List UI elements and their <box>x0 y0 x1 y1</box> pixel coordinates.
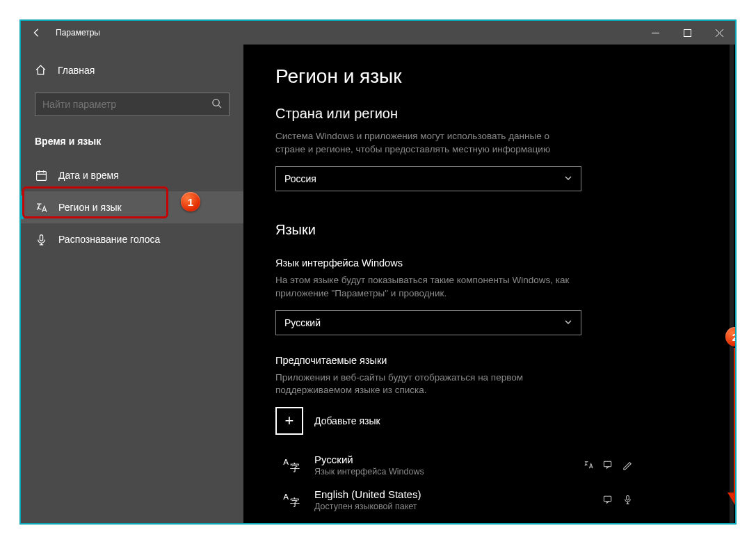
region-heading: Страна или регион <box>275 106 703 122</box>
region-description: Система Windows и приложения могут испол… <box>275 130 581 157</box>
display-lang-heading: Язык интерфейса Windows <box>275 257 703 269</box>
sidebar-item-label: Регион и язык <box>58 202 122 213</box>
languages-heading: Языки <box>275 222 703 238</box>
display-language-dropdown[interactable]: Русский <box>275 310 581 335</box>
sidebar: Главная Время и язык Дата и время <box>21 45 243 523</box>
home-label: Главная <box>58 65 95 76</box>
back-button[interactable] <box>21 21 51 45</box>
voice-icon <box>622 494 633 505</box>
annotation-badge-2: 2 <box>725 327 737 346</box>
chevron-down-icon <box>564 317 572 328</box>
language-name: Русский <box>314 454 424 465</box>
language-subtitle: Язык интерфейса Windows <box>314 467 424 477</box>
svg-point-1 <box>213 99 219 105</box>
sidebar-section-title: Время и язык <box>21 136 243 147</box>
minimize-button[interactable] <box>639 21 671 45</box>
svg-text:A: A <box>283 492 289 501</box>
language-item[interactable]: A字 English (United States) Доступен язык… <box>275 482 637 517</box>
preferred-heading: Предпочитаемые языки <box>275 355 703 366</box>
language-feature-icons <box>583 459 633 470</box>
country-dropdown[interactable]: Россия <box>275 166 581 191</box>
svg-rect-9 <box>604 496 611 502</box>
language-list: A字 Русский Язык интерфейса Windows A字 <box>275 447 703 517</box>
search-icon <box>211 98 222 111</box>
svg-text:A: A <box>283 457 289 466</box>
sidebar-list: Дата и время Регион и язык Распознавание… <box>21 159 243 255</box>
home-icon <box>35 64 47 76</box>
sidebar-item-region-language[interactable]: Регион и язык <box>21 191 243 223</box>
language-glyph-icon: A字 <box>280 453 303 477</box>
sidebar-item-label: Дата и время <box>58 170 119 181</box>
display-language-value: Русский <box>284 317 321 328</box>
clock-icon <box>35 169 47 182</box>
svg-rect-3 <box>40 234 42 241</box>
language-feature-icons <box>602 494 633 505</box>
handwriting-icon <box>622 459 633 470</box>
mic-icon <box>35 233 47 246</box>
annotation-arrow-2: 2 <box>724 327 737 515</box>
language-subtitle: Доступен языковой пакет <box>314 502 421 511</box>
sidebar-item-date-time[interactable]: Дата и время <box>21 159 243 191</box>
plus-icon: + <box>275 407 303 435</box>
text-to-speech-icon <box>602 459 613 470</box>
window-title: Параметры <box>56 28 100 38</box>
add-language-label: Добавьте язык <box>314 415 380 426</box>
preferred-description: Приложения и веб-сайты будут отображатьс… <box>275 371 581 398</box>
home-button[interactable]: Главная <box>21 60 243 80</box>
page-title: Регион и язык <box>275 65 703 88</box>
language-name: English (United States) <box>314 488 421 500</box>
svg-text:字: 字 <box>290 463 300 474</box>
language-icon <box>35 201 47 214</box>
svg-rect-10 <box>626 495 629 500</box>
svg-rect-0 <box>684 29 691 36</box>
language-item[interactable]: A字 Русский Язык интерфейса Windows <box>275 447 637 482</box>
titlebar: Параметры <box>21 21 735 45</box>
text-to-speech-icon <box>602 494 613 505</box>
svg-text:字: 字 <box>290 497 300 509</box>
main-content: Регион и язык Страна или регион Система … <box>243 45 735 523</box>
maximize-button[interactable] <box>671 21 703 45</box>
search-input[interactable] <box>42 99 206 110</box>
settings-window: Параметры Главная <box>19 19 737 525</box>
svg-rect-6 <box>604 461 611 467</box>
display-lang-description: На этом языке будут показываться такие к… <box>275 274 581 301</box>
add-language-button[interactable]: + Добавьте язык <box>275 407 703 435</box>
close-button[interactable] <box>703 21 735 45</box>
display-language-icon <box>583 459 594 470</box>
language-glyph-icon: A字 <box>280 488 303 511</box>
svg-rect-2 <box>36 171 46 180</box>
search-box[interactable] <box>35 93 230 116</box>
sidebar-item-speech[interactable]: Распознавание голоса <box>21 223 243 255</box>
country-value: Россия <box>284 173 316 184</box>
annotation-badge-1: 1 <box>181 192 200 211</box>
chevron-down-icon <box>564 173 572 184</box>
sidebar-item-label: Распознавание голоса <box>58 234 160 245</box>
